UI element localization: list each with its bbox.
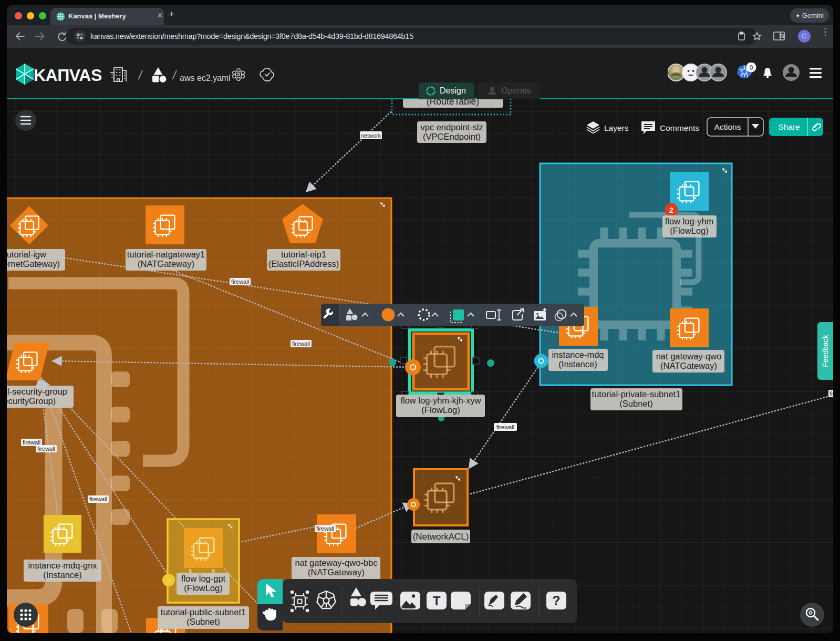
svg-text:Layers: Layers xyxy=(604,123,629,132)
svg-text:vpc endpoint-slz: vpc endpoint-slz xyxy=(420,122,483,132)
svg-text:(NATGateway): (NATGateway) xyxy=(660,361,717,370)
svg-text:firewall: firewall xyxy=(316,525,334,532)
svg-text:(Subnet): (Subnet) xyxy=(186,617,220,626)
svg-text:(Instance): (Instance) xyxy=(43,570,81,580)
svg-text:flow log-gpt: flow log-gpt xyxy=(181,574,226,583)
svg-text:2: 2 xyxy=(669,206,673,214)
svg-text:Comments: Comments xyxy=(660,123,699,132)
svg-text:tutorial-security-group: tutorial-security-group xyxy=(7,387,67,396)
svg-text:Share: Share xyxy=(778,122,800,131)
svg-text:0: 0 xyxy=(750,64,753,71)
svg-text:firewall: firewall xyxy=(496,424,514,430)
svg-text:(InternetGateway): (InternetGateway) xyxy=(7,259,60,268)
svg-text:flow log-yhm: flow log-yhm xyxy=(665,216,714,226)
svg-text:(NATGateway): (NATGateway) xyxy=(308,567,365,577)
svg-text:network: network xyxy=(361,132,381,139)
svg-text:(NetworkACL): (NetworkACL) xyxy=(413,532,469,542)
svg-text:(FlowLog): (FlowLog) xyxy=(421,405,460,415)
svg-text:firewall: firewall xyxy=(292,340,310,347)
svg-text:?: ? xyxy=(552,593,560,608)
svg-text:flow log-yhm-kjh-xyw: flow log-yhm-kjh-xyw xyxy=(400,396,481,405)
svg-text:firewall: firewall xyxy=(231,278,249,285)
svg-text:nat gateway-qwo-bbc: nat gateway-qwo-bbc xyxy=(295,558,378,567)
svg-text:(SecurityGroup): (SecurityGroup) xyxy=(7,396,56,406)
svg-text:/: / xyxy=(171,68,178,82)
svg-text:(ElasticIPAddress): (ElasticIPAddress) xyxy=(268,259,339,268)
svg-text:(Subnet): (Subnet) xyxy=(619,399,652,408)
svg-text:firewall: firewall xyxy=(23,439,40,446)
svg-text:tutorial-igw: tutorial-igw xyxy=(7,250,46,259)
svg-text:tutorial-private-subnet1: tutorial-private-subnet1 xyxy=(592,389,681,399)
svg-text:(NATGateway): (NATGateway) xyxy=(138,259,194,268)
svg-text:(Instance): (Instance) xyxy=(558,359,597,369)
svg-text:tutorial-eip1: tutorial-eip1 xyxy=(281,250,326,259)
svg-text:firewall: firewall xyxy=(829,390,833,397)
svg-text:tutorial-public-subnet1: tutorial-public-subnet1 xyxy=(161,607,246,617)
svg-text:nat gateway-qwo: nat gateway-qwo xyxy=(656,351,722,361)
svg-text:(RouteTable): (RouteTable) xyxy=(427,99,479,107)
svg-text:tutorial-natgateway1: tutorial-natgateway1 xyxy=(127,250,205,259)
svg-text:(VPCEndpoint): (VPCEndpoint) xyxy=(423,132,481,141)
svg-text:(FlowLog): (FlowLog) xyxy=(184,583,222,593)
svg-text:Feedback: Feedback xyxy=(821,334,829,367)
svg-text:instance-mdq: instance-mdq xyxy=(552,350,604,359)
svg-text:Actions: Actions xyxy=(714,122,741,131)
svg-text:firewall: firewall xyxy=(89,496,107,502)
svg-text:T: T xyxy=(433,594,441,608)
svg-text:instance-mdq-gnx: instance-mdq-gnx xyxy=(28,561,97,570)
svg-text:/: / xyxy=(137,68,143,82)
svg-text:firewall: firewall xyxy=(37,446,55,452)
svg-text:(FlowLog): (FlowLog) xyxy=(670,226,708,235)
